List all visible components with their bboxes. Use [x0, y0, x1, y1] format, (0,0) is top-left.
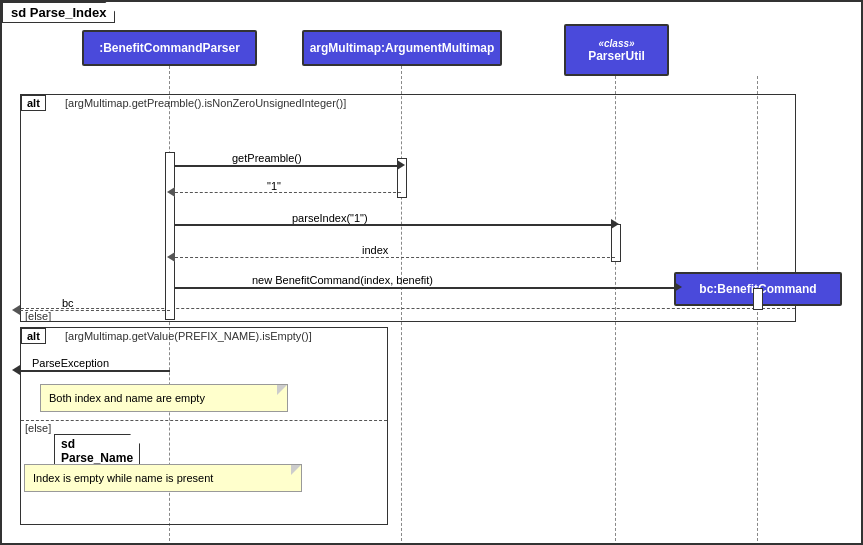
message-index-arrow: [167, 252, 175, 262]
message-parseexception-label: ParseException: [32, 357, 109, 369]
note-both-empty: Both index and name are empty: [40, 384, 288, 412]
message-parseindex-arrow: [611, 219, 619, 229]
message-newbenefit-arrow: [674, 282, 682, 292]
message-index-line: [175, 257, 615, 259]
diagram-title: sd Parse_Index: [2, 2, 115, 23]
message-bc-line: [20, 310, 170, 312]
actor-parserutil: «class» ParserUtil: [564, 24, 669, 76]
fragment-alt1-guard: [argMultimap.getPreamble().isNonZeroUnsi…: [65, 97, 346, 109]
message-newbenefit-label: new BenefitCommand(index, benefit): [252, 274, 433, 286]
message-parseexception-line: [20, 370, 170, 372]
activation-bc: [753, 288, 763, 310]
actor-benefitcommandparser: :BenefitCommandParser: [82, 30, 257, 66]
message-bc-label: bc: [62, 297, 74, 309]
diagram-container: sd Parse_Index :BenefitCommandParser arg…: [0, 0, 863, 545]
message-return1-line: [175, 192, 401, 194]
fragment-alt2-divider: [21, 420, 387, 421]
message-return1-arrow: [167, 187, 175, 197]
activation-bcp: [165, 152, 175, 320]
fragment-alt2-label: alt: [21, 328, 46, 344]
message-bc-arrow: [12, 305, 20, 315]
message-getpreamble-arrow: [397, 160, 405, 170]
actor-argmultimap: argMultimap:ArgumentMultimap: [302, 30, 502, 66]
message-parseexception-arrow: [12, 365, 20, 375]
message-getpreamble-label: getPreamble(): [232, 152, 302, 164]
fragment-alt2-else: [else]: [25, 422, 51, 434]
message-parseindex-line: [175, 224, 615, 226]
note-index-empty: Index is empty while name is present: [24, 464, 302, 492]
fragment-alt1-else: [else]: [25, 310, 51, 322]
fragment-alt1-label: alt: [21, 95, 46, 111]
message-getpreamble-line: [175, 165, 401, 167]
message-newbenefit-line: [175, 287, 677, 289]
fragment-alt1-divider: [21, 308, 795, 309]
fragment-alt2-guard: [argMultimap.getValue(PREFIX_NAME).isEmp…: [65, 330, 312, 342]
message-return1-label: "1": [267, 180, 281, 192]
message-index-label: index: [362, 244, 388, 256]
message-parseindex-label: parseIndex("1"): [292, 212, 368, 224]
